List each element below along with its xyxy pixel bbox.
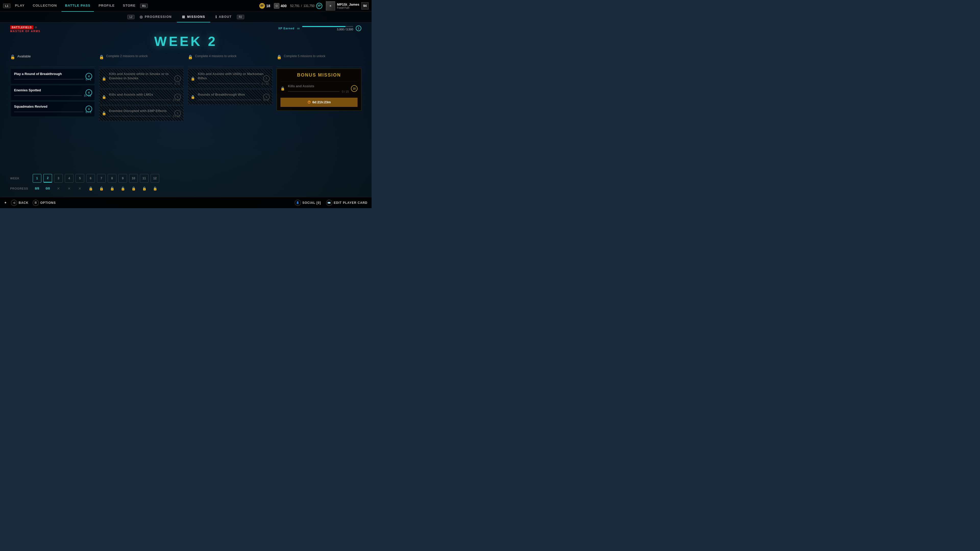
mission-utility: 🔒 Kills and Assists with Utility or Mark…	[188, 68, 272, 89]
progress-val-2: 0/8	[43, 187, 52, 190]
bonus-mission-value: 0 / 15	[342, 90, 349, 93]
bonus-card: Bonus Mission 🔒 Kills and Assists 0 / 15	[277, 68, 361, 111]
l1-trigger[interactable]: L1	[3, 3, 11, 8]
tab-about-label: ABOUT	[219, 15, 232, 19]
cod-currency-value: 400	[281, 4, 286, 8]
xp-track	[302, 26, 353, 27]
tab-missions-label: MISSIONS	[187, 15, 205, 19]
week-btn-2[interactable]: 2	[43, 174, 52, 183]
mission-enemies-spotted-bar	[14, 95, 82, 96]
back-label: BACK	[19, 201, 29, 205]
lock-overlay-bonus: 🔒	[280, 86, 285, 91]
mission-rounds-won-bar	[198, 100, 261, 100]
week-btn-9[interactable]: 9	[118, 174, 127, 183]
bottom-bar: ✦ ◁ BACK ☰ OPTIONS 👤 SOCIAL [0] 🪪 EDIT P…	[0, 197, 372, 208]
cod-currency-icon: ⬡	[274, 3, 280, 9]
week-nav-section: WEEK 1 2 3 4 5 6 7 8 9 10 11 12 PROGRESS…	[10, 171, 361, 197]
mission-smoke-bar	[109, 83, 172, 84]
bonus-mission-name: Kills and Assists	[288, 84, 349, 89]
week-btn-12[interactable]: 12	[151, 174, 159, 183]
progress-x-4: ✕	[65, 184, 73, 193]
edit-player-card-button[interactable]: 🪪 EDIT PLAYER CARD	[326, 200, 368, 206]
lock-icon-3: 🔒	[188, 55, 193, 59]
mission-utility-progress: 0 / 20	[198, 82, 269, 85]
trigger-icon-btn[interactable]: ✦	[4, 201, 7, 205]
bonus-timer: ⏱ 6d:21h:23m	[280, 98, 358, 107]
xp-total: 131,750	[304, 4, 314, 8]
mission-squadmates-revived-xp: 4	[86, 106, 92, 112]
mission-rounds-won: 🔒 Rounds of Breakthrough Won 0 / 2 5	[188, 89, 272, 105]
options-button[interactable]: ☰ OPTIONS	[33, 200, 56, 206]
mission-lmgs: 🔒 Kills and Assists with LMGs 0 / 15	[99, 89, 184, 105]
progression-icon: ◎	[140, 15, 143, 19]
nav-battle-pass[interactable]: BATTLE PASS	[62, 0, 94, 12]
social-label: SOCIAL [0]	[302, 201, 321, 205]
mission-breakthrough-xp: 4	[86, 73, 92, 79]
mission-emp-xp: 5	[174, 110, 181, 117]
mission-smoke-progress: 0 / 5	[109, 82, 180, 85]
progress-x-3: ✕	[54, 184, 63, 193]
week-btn-8[interactable]: 8	[108, 174, 116, 183]
options-icon: ☰	[33, 200, 39, 206]
mission-smoke: 🔒 Kills and Assists while in Smoke or to…	[99, 68, 184, 89]
mission-enemies-spotted-xp: 4	[86, 89, 92, 96]
edit-player-card-label: EDIT PLAYER CARD	[334, 201, 368, 205]
lock-overlay-rounds: 🔒	[191, 95, 195, 99]
social-button[interactable]: 👤 SOCIAL [0]	[295, 200, 321, 206]
tab-missions[interactable]: ⊞ MISSIONS	[177, 12, 210, 22]
profile-sub: Fossil Fuel	[337, 6, 360, 9]
bonus-mission-bar	[288, 91, 340, 92]
lock-overlay-lmgs: 🔒	[102, 95, 106, 99]
nav-play[interactable]: PLAY	[11, 0, 28, 12]
col-header-bonus: 🔒 Complete 5 missions to unlock	[277, 54, 361, 67]
week-btn-11[interactable]: 11	[140, 174, 148, 183]
nav-collection[interactable]: COLLECTION	[29, 0, 60, 12]
week-label: WEEK	[10, 177, 30, 180]
progress-label: PROGRESS	[10, 187, 30, 190]
mission-smoke-name: Kills and Assists while in Smoke or to E…	[109, 72, 180, 81]
timer-icon: ⏱	[307, 100, 311, 104]
edit-player-card-icon: 🪪	[326, 200, 332, 206]
nav-store[interactable]: STORE	[119, 0, 139, 12]
week-btn-1[interactable]: 1	[33, 174, 41, 183]
progress-lock-11: 🔒	[140, 184, 148, 193]
mission-col-2: 🔒 Complete 2 missions to unlock 🔒 Kills …	[99, 54, 184, 171]
nav-profile[interactable]: PROFILE	[95, 0, 118, 12]
social-icon: 👤	[295, 200, 301, 206]
week-btn-6[interactable]: 6	[86, 174, 95, 183]
mission-utility-xp: 5	[263, 75, 270, 82]
r1-trigger[interactable]: R1	[140, 3, 148, 8]
bonus-mission-item: 🔒 Kills and Assists 0 / 15	[280, 81, 358, 96]
mission-squadmates-revived-progress: 0 / 3	[14, 110, 91, 114]
week-btn-4[interactable]: 4	[65, 174, 73, 183]
mission-emp-name: Enemies Disrupted with EMP Effects	[109, 109, 180, 113]
bf-logo-icon: ⬡	[35, 26, 37, 29]
lock-icon-available: 🔓	[10, 55, 15, 59]
mission-enemies-spotted-progress: 0 / 15	[14, 94, 91, 97]
l2-trigger[interactable]: L2	[127, 15, 134, 19]
mission-col-3: 🔒 Complete 4 missions to unlock 🔒 Kills …	[188, 54, 272, 171]
mission-squadmates-revived-bar	[14, 111, 84, 112]
mission-utility-value: 0 / 20	[262, 82, 269, 85]
progress-lock-6: 🔒	[86, 184, 95, 193]
back-icon: ◁	[11, 200, 17, 206]
week-btn-5[interactable]: 5	[76, 174, 84, 183]
mission-enemies-spotted-name: Enemies Spotted	[14, 88, 91, 93]
profile-info: MP1St_James Fossil Fuel	[337, 3, 360, 9]
col-header-text-available: Available	[18, 54, 31, 59]
tab-progression[interactable]: ◎ PROGRESSION	[135, 12, 177, 22]
top-nav-right: BF 18 ⬡ 400 52,791 / 131,750 XP ▣ MP1St_…	[259, 1, 369, 11]
back-button[interactable]: ◁ BACK	[11, 200, 29, 206]
col-header-text-2: Complete 2 missions to unlock	[106, 54, 148, 59]
tab-about[interactable]: ℹ ABOUT	[210, 12, 237, 22]
week-btn-7[interactable]: 7	[97, 174, 106, 183]
mission-lmgs-xp: 5	[174, 94, 181, 100]
r2-trigger[interactable]: R2	[237, 15, 244, 19]
mission-breakthrough-name: Play a Round of Breakthrough	[14, 72, 91, 76]
mission-smoke-value: 0 / 5	[175, 82, 180, 85]
week-btn-3[interactable]: 3	[54, 174, 63, 183]
week-btn-10[interactable]: 10	[129, 174, 138, 183]
mission-col-bonus: 🔒 Complete 5 missions to unlock Bonus Mi…	[277, 54, 361, 171]
profile-level: 94	[361, 2, 369, 10]
mission-enemies-spotted: Enemies Spotted 0 / 15 4	[10, 85, 95, 100]
